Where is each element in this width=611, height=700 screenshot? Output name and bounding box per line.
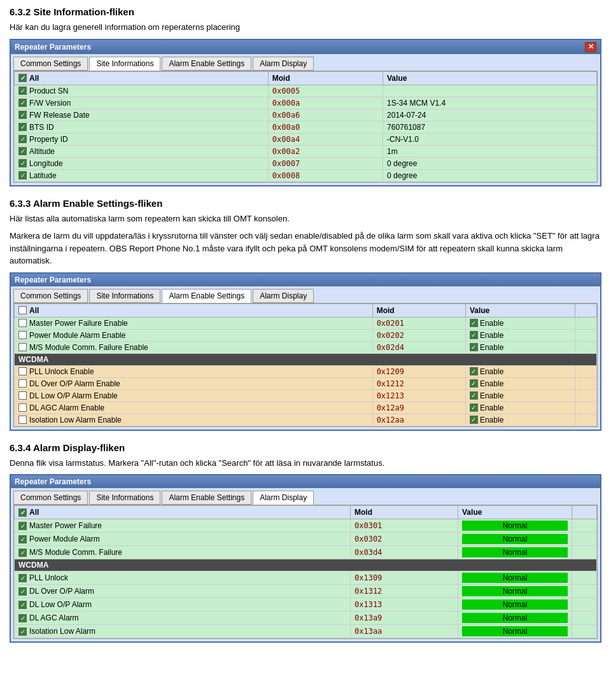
window1-col-moid: Moid (268, 71, 383, 85)
enable-checkbox[interactable]: ✓ (470, 391, 478, 400)
row-checkbox[interactable]: ✓ (18, 87, 27, 95)
window1-tab-site[interactable]: Site Informations (89, 57, 160, 71)
section-header-cell: WCDMA (15, 353, 597, 365)
window3-tab-common[interactable]: Common Settings (13, 491, 88, 505)
table-row: ✓Isolation Low Alarm0x13aaNormal (15, 625, 597, 638)
row-name-cell: ✓DL AGC Alarm (15, 612, 351, 625)
window1-tab-alarm-display[interactable]: Alarm Display (253, 57, 314, 71)
row-value-cell: ✓Enable (465, 317, 575, 329)
row-moid-cell: 0x12aa (372, 414, 465, 426)
enable-checkbox[interactable]: ✓ (470, 379, 478, 388)
section1-description: Här kan du lagra generell information om… (10, 21, 601, 34)
window3-tab-site[interactable]: Site Informations (89, 491, 160, 505)
window1-col-all: ✓ All (15, 71, 269, 85)
table-row: DL Low O/P Alarm Enable0x1213✓Enable (15, 389, 597, 402)
row-moid-cell: 0x13aa (351, 625, 458, 638)
row-checkbox[interactable]: ✓ (18, 535, 27, 543)
window2-tab-site[interactable]: Site Informations (89, 289, 160, 303)
row-name-cell: ✓DL Low O/P Alarm (15, 598, 351, 612)
row-checkbox[interactable]: ✓ (18, 522, 27, 530)
row-name-cell: ✓F/W Version (15, 97, 269, 109)
row-checkbox[interactable]: ✓ (18, 587, 27, 596)
row-checkbox[interactable] (18, 379, 27, 388)
window3-tab-alarm-enable[interactable]: Alarm Enable Settings (162, 491, 251, 505)
table-row: ✓M/S Module Comm. Failure0x03d4Normal (15, 546, 597, 559)
row-checkbox[interactable]: ✓ (18, 111, 27, 119)
row-value-cell: Normal (458, 519, 572, 533)
row-moid-cell: 0x13a9 (351, 612, 458, 625)
row-checkbox[interactable] (18, 343, 27, 351)
row-name-cell: ✓FW Release Date (15, 109, 269, 121)
table-row: DL Over O/P Alarm Enable0x1212✓Enable (15, 377, 597, 389)
window1-all-checkbox[interactable]: ✓ (18, 74, 27, 82)
window2-tab-alarm-display[interactable]: Alarm Display (253, 289, 314, 303)
row-checkbox[interactable]: ✓ (18, 574, 27, 582)
row-checkbox[interactable] (18, 331, 27, 339)
window2-all-checkbox[interactable] (18, 306, 27, 314)
row-checkbox[interactable] (18, 416, 27, 424)
section1-heading: 6.3.2 Site Information-fliken (10, 6, 601, 17)
enable-checkbox[interactable]: ✓ (470, 331, 478, 339)
window3-tab-alarm-display[interactable]: Alarm Display (253, 491, 314, 505)
normal-badge: Normal (462, 626, 568, 636)
row-checkbox[interactable]: ✓ (18, 135, 27, 143)
row-checkbox[interactable]: ✓ (18, 627, 27, 636)
table-row: ✓Master Power Failure0x0301Normal (15, 519, 597, 533)
row-checkbox[interactable] (18, 391, 27, 400)
row-checkbox[interactable]: ✓ (18, 171, 27, 179)
row-checkbox[interactable] (18, 319, 27, 327)
row-moid-cell: 0x1212 (372, 377, 465, 389)
window1-tab-common[interactable]: Common Settings (13, 57, 88, 71)
row-checkbox[interactable]: ✓ (18, 614, 27, 622)
row-value-cell: ✓Enable (465, 365, 575, 377)
row-extra-cell (572, 571, 597, 585)
row-moid-cell: 0x00a2 (268, 145, 383, 157)
row-value-cell: 0 degree (383, 169, 597, 181)
window2-col-extra (575, 304, 597, 317)
enable-checkbox[interactable]: ✓ (470, 403, 478, 412)
row-checkbox[interactable] (18, 403, 27, 412)
table-row: ✓BTS ID0x00a0760761087 (15, 121, 597, 133)
window1-close-button[interactable]: ✕ (585, 42, 596, 52)
row-name-cell: ✓Product SN (15, 85, 269, 97)
row-checkbox[interactable]: ✓ (18, 159, 27, 167)
row-moid-cell: 0x1313 (351, 598, 458, 612)
row-moid-cell: 0x1213 (372, 389, 465, 402)
row-value-cell: -CN-V1.0 (383, 133, 597, 145)
table-row: ✓Latitude0x00080 degree (15, 169, 597, 181)
enable-checkbox[interactable]: ✓ (470, 416, 478, 424)
window3-all-checkbox[interactable]: ✓ (18, 508, 27, 517)
row-name-cell: ✓M/S Module Comm. Failure (15, 546, 351, 559)
row-value-cell: ✓Enable (465, 341, 575, 353)
row-value-cell: ✓Enable (465, 402, 575, 414)
normal-badge: Normal (462, 586, 568, 596)
normal-badge: Normal (462, 521, 568, 531)
window2-tab-alarm-enable[interactable]: Alarm Enable Settings (162, 289, 251, 303)
row-checkbox[interactable]: ✓ (18, 123, 27, 131)
table-row: ✓DL AGC Alarm0x13a9Normal (15, 612, 597, 625)
row-checkbox[interactable]: ✓ (18, 99, 27, 107)
row-moid-cell: 0x02d4 (372, 341, 465, 353)
window2-titlebar: Repeater Parameters (11, 274, 600, 286)
enable-checkbox[interactable]: ✓ (470, 367, 478, 375)
row-checkbox[interactable]: ✓ (18, 147, 27, 155)
row-moid-cell: 0x000a (268, 97, 383, 109)
row-checkbox[interactable]: ✓ (18, 549, 27, 557)
enable-checkbox[interactable]: ✓ (470, 343, 478, 351)
table-row: ✓Altitude0x00a21m (15, 145, 597, 157)
row-name-cell: ✓Isolation Low Alarm (15, 625, 351, 638)
row-extra-cell (572, 625, 597, 638)
table-row: ✓Property ID0x00a4-CN-V1.0 (15, 133, 597, 145)
row-name-cell: ✓Master Power Failure (15, 519, 351, 533)
enable-checkbox[interactable]: ✓ (470, 319, 478, 327)
row-checkbox[interactable] (18, 367, 27, 375)
row-name-cell: DL AGC Alarm Enable (15, 402, 373, 414)
section2-heading: 6.3.3 Alarm Enable Settings-fliken (10, 198, 601, 209)
window2-tab-common[interactable]: Common Settings (13, 289, 88, 303)
table-row: ✓DL Low O/P Alarm0x1313Normal (15, 598, 597, 612)
window3-title: Repeater Parameters (15, 477, 91, 486)
row-checkbox[interactable]: ✓ (18, 601, 27, 609)
window1-tab-alarm-enable[interactable]: Alarm Enable Settings (162, 57, 251, 71)
section2-desc2: Markera de larm du vill uppdatera/läs i … (10, 230, 601, 267)
window1-titlebar: Repeater Parameters ✕ (11, 40, 600, 54)
